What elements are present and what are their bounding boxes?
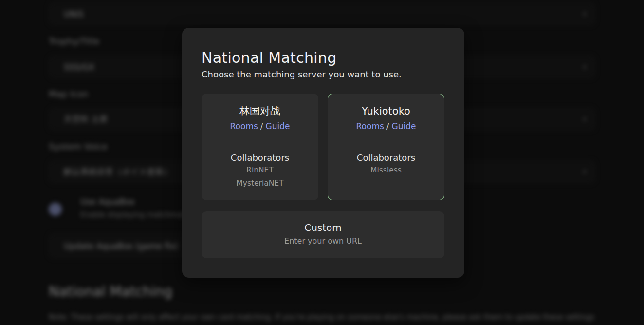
collaborators-heading: Collaborators [328,152,444,164]
custom-card-title: Custom [202,221,444,234]
custom-server-card[interactable]: Custom Enter your own URL [202,211,444,258]
collaborator-name: RinNET [202,164,318,177]
rooms-link[interactable]: Rooms [356,121,384,131]
server-links: Rooms/Guide [202,120,318,132]
card-divider [211,143,309,143]
national-matching-modal: National Matching Choose the matching se… [182,28,464,278]
link-separator: / [386,121,389,131]
card-divider [337,143,435,143]
collaborator-name: MysteriaNET [202,177,318,190]
guide-link[interactable]: Guide [266,121,290,131]
server-name: 林国对战 [202,105,318,117]
guide-link[interactable]: Guide [392,121,416,131]
link-separator: / [260,121,263,131]
rooms-link[interactable]: Rooms [230,121,258,131]
server-cards-row: 林国对战 Rooms/Guide Collaborators RinNET My… [202,94,445,200]
modal-subtitle: Choose the matching server you want to u… [202,69,445,80]
collaborator-name: Missless [328,164,444,177]
collaborators-heading: Collaborators [202,152,318,164]
server-links: Rooms/Guide [328,120,444,132]
modal-title: National Matching [202,49,445,67]
server-name: Yukiotoko [328,105,444,117]
custom-card-subtitle: Enter your own URL [202,236,444,247]
server-card-yukiotoko[interactable]: Yukiotoko Rooms/Guide Collaborators Miss… [328,94,444,200]
server-card-linguo[interactable]: 林国对战 Rooms/Guide Collaborators RinNET My… [202,94,318,200]
